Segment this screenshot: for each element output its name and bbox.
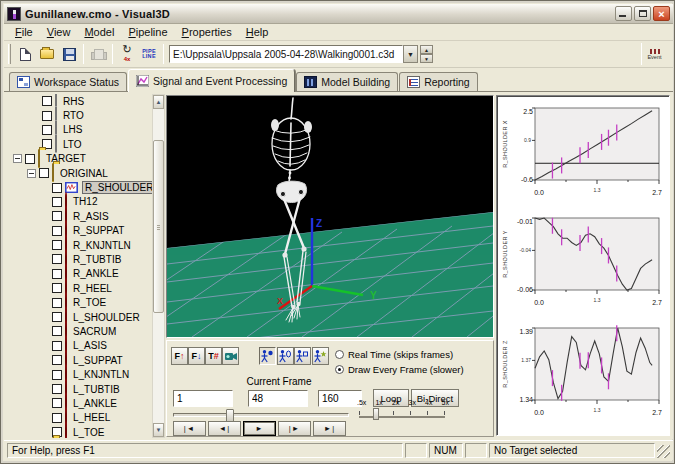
- visibility-checkbox[interactable]: [52, 312, 62, 322]
- frame-down-button[interactable]: F↓: [188, 347, 205, 365]
- visibility-checkbox[interactable]: [25, 154, 35, 164]
- menu-help[interactable]: Help: [239, 25, 276, 39]
- visibility-checkbox[interactable]: [52, 240, 62, 250]
- play-button[interactable]: ►: [243, 421, 276, 436]
- tree-item-target[interactable]: TARGET: [9, 152, 152, 166]
- time-number-button[interactable]: T#: [205, 347, 222, 365]
- tree-scrollbar[interactable]: ▲ ▼: [152, 94, 165, 438]
- visibility-checkbox[interactable]: [52, 211, 62, 221]
- frame-up-button[interactable]: F↑: [171, 347, 188, 365]
- visibility-checkbox[interactable]: [52, 341, 62, 351]
- tab-model-building[interactable]: Model Building: [296, 72, 398, 91]
- tree-item-r_heel[interactable]: R_HEEL: [9, 281, 152, 295]
- tree-item-lto[interactable]: LTO: [9, 137, 152, 151]
- tree-item-l_tubtib[interactable]: L_TUBTIB: [9, 382, 152, 396]
- menu-view[interactable]: View: [40, 25, 78, 39]
- minimize-button[interactable]: [615, 6, 632, 21]
- tree-item-rto[interactable]: RTO: [9, 108, 152, 122]
- visibility-checkbox[interactable]: [52, 326, 62, 336]
- visibility-checkbox[interactable]: [42, 96, 52, 106]
- visibility-checkbox[interactable]: [52, 254, 62, 264]
- maximize-button[interactable]: [634, 6, 651, 21]
- tree-item-r_tubtib[interactable]: R_TUBTIB: [9, 252, 152, 266]
- collapse-expander[interactable]: [13, 154, 22, 163]
- frame-current-input[interactable]: [248, 390, 308, 407]
- tree-item-l_toe[interactable]: L_TOE: [9, 425, 152, 438]
- visibility-checkbox[interactable]: [52, 413, 62, 423]
- tree-item-l_shoulder[interactable]: L_SHOULDER: [9, 310, 152, 324]
- tree-item-th12[interactable]: TH12: [9, 195, 152, 209]
- recalc-button[interactable]: ↻4x: [116, 43, 138, 65]
- visibility-checkbox[interactable]: [52, 183, 62, 193]
- resize-grip[interactable]: [657, 445, 670, 458]
- tree-item-l_heel[interactable]: L_HEEL: [9, 411, 152, 425]
- save-button[interactable]: [58, 43, 80, 65]
- tree-item-sacrum[interactable]: SACRUM: [9, 324, 152, 338]
- chart-r-shoulder-y[interactable]: -0.01-0.04-0.060.01.32.7R_SHOULDER Y: [499, 212, 667, 319]
- tab-reporting[interactable]: Reporting: [399, 72, 478, 91]
- tree-item-lhs[interactable]: LHS: [9, 123, 152, 137]
- view-mode-cube-button[interactable]: [294, 347, 311, 365]
- realtime-radio[interactable]: [335, 350, 344, 359]
- step-back-button[interactable]: ◄|: [208, 421, 241, 436]
- tree-item-original[interactable]: ORIGINAL: [9, 166, 152, 180]
- frame-end-input[interactable]: [318, 390, 362, 407]
- event-button[interactable]: Event: [641, 43, 667, 65]
- tree-item-r_suppat[interactable]: R_SUPPAT: [9, 224, 152, 238]
- visibility-checkbox[interactable]: [52, 384, 62, 394]
- realtime-radio-row[interactable]: Real Time (skips frames): [335, 349, 453, 360]
- visibility-checkbox[interactable]: [42, 111, 52, 121]
- tree-item-r_knjntln[interactable]: R_KNJNTLN: [9, 238, 152, 252]
- visibility-checkbox[interactable]: [52, 298, 62, 308]
- open-file-button[interactable]: [36, 43, 58, 65]
- combo-dropdown-button[interactable]: ▼: [403, 45, 418, 63]
- menu-pipeline[interactable]: Pipeline: [121, 25, 174, 39]
- tree-item-r_ankle[interactable]: R_ANKLE: [9, 267, 152, 281]
- menu-properties[interactable]: Properties: [175, 25, 239, 39]
- go-first-button[interactable]: |◄: [173, 421, 206, 436]
- scrollbar-track[interactable]: [153, 109, 164, 423]
- print-button[interactable]: [87, 43, 109, 65]
- step-forward-button[interactable]: |►: [278, 421, 311, 436]
- visibility-checkbox[interactable]: [52, 398, 62, 408]
- spinner-up-button[interactable]: ▲: [420, 45, 433, 54]
- file-path-input[interactable]: [169, 45, 403, 63]
- viewport-3d[interactable]: Z Y X: [166, 95, 494, 338]
- spinner-down-button[interactable]: ▼: [420, 54, 433, 63]
- go-last-button[interactable]: ►|: [313, 421, 346, 436]
- new-file-button[interactable]: [14, 43, 36, 65]
- scrollbar-thumb[interactable]: [153, 140, 164, 313]
- view-mode-dot-button[interactable]: [259, 347, 276, 365]
- chart-r-shoulder-z[interactable]: 1.391.371.340.01.32.7R_SHOULDER Z: [499, 322, 667, 429]
- visibility-checkbox[interactable]: [52, 269, 62, 279]
- tree-item-r_toe[interactable]: R_TOE: [9, 295, 152, 309]
- view-mode-outline-button[interactable]: [277, 347, 294, 365]
- visibility-checkbox[interactable]: [52, 355, 62, 365]
- speed-slider-thumb[interactable]: [373, 408, 379, 420]
- scroll-down-button[interactable]: ▼: [153, 423, 164, 437]
- speed-slider[interactable]: [359, 415, 445, 418]
- view-mode-star-button[interactable]: [312, 347, 329, 365]
- frame-start-input[interactable]: [173, 390, 233, 407]
- visibility-checkbox[interactable]: [52, 226, 62, 236]
- tree-item-l_suppat[interactable]: L_SUPPAT: [9, 353, 152, 367]
- visibility-checkbox[interactable]: [52, 197, 62, 207]
- pipeline-button[interactable]: PIPELINE: [138, 43, 160, 65]
- tree-item-l_asis[interactable]: L_ASIS: [9, 339, 152, 353]
- visibility-checkbox[interactable]: [52, 283, 62, 293]
- visibility-checkbox[interactable]: [42, 125, 52, 135]
- tree-item-r_asis[interactable]: R_ASIS: [9, 209, 152, 223]
- collapse-expander[interactable]: [27, 169, 36, 178]
- menu-model[interactable]: Model: [77, 25, 121, 39]
- chart-r-shoulder-x[interactable]: 2.50.9-0.60.01.32.7R_SHOULDER X: [499, 102, 667, 209]
- tree-item-l_ankle[interactable]: L_ANKLE: [9, 396, 152, 410]
- tree-item-rhs[interactable]: RHS: [9, 94, 152, 108]
- visibility-checkbox[interactable]: [39, 168, 49, 178]
- scroll-up-button[interactable]: ▲: [153, 95, 164, 109]
- camera-button[interactable]: [222, 347, 239, 365]
- frame-slider[interactable]: [173, 413, 349, 417]
- menu-file[interactable]: File: [8, 25, 40, 39]
- draw-every-frame-radio[interactable]: [335, 365, 344, 374]
- visibility-checkbox[interactable]: [52, 370, 62, 380]
- tab-signal-and-event-processing[interactable]: Signal and Event Processing: [128, 69, 295, 92]
